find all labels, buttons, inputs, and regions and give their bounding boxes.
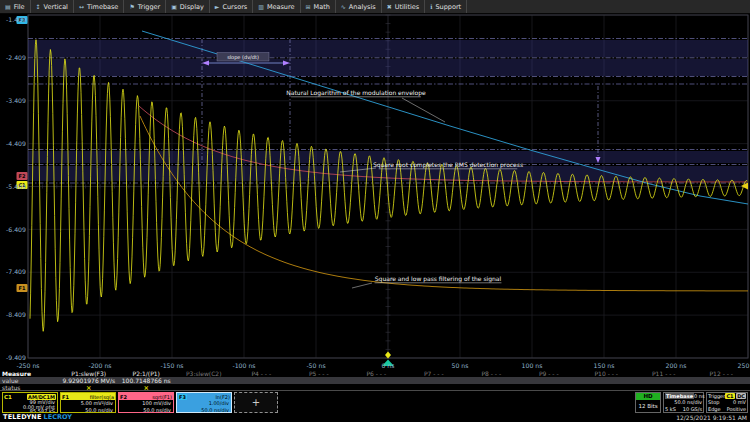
menu-vertical-label: Vertical — [44, 3, 68, 11]
cursor-band[interactable] — [28, 59, 748, 76]
datetime: 12/25/2021 9:19:51 AM — [676, 414, 747, 421]
function-expression: filter(sq(a — [90, 394, 114, 400]
menu-timebase-label: Timebase — [87, 3, 118, 11]
y-axis-label: -8.409 — [6, 311, 26, 318]
measure-p10-name[interactable]: P10 - - - — [578, 370, 636, 377]
square-lpf-label: Square and low pass filtering of the sig… — [375, 275, 502, 283]
descriptor-f2-header: F2sqrt(F1) — [119, 393, 173, 400]
x-axis-label: -100 ns — [232, 362, 255, 369]
cursor-band[interactable] — [28, 166, 748, 181]
menu-cursors-label: Cursors — [222, 3, 247, 11]
menu-utilities-label: Utilities — [395, 3, 419, 11]
x-axis-label: -200 ns — [88, 362, 111, 369]
channel-label: C1 — [4, 394, 12, 400]
natural-log-label: Natural Logarithm of the modulation enve… — [286, 89, 426, 97]
hd-bits: 12 Bits — [636, 400, 660, 412]
timebase-box[interactable]: Timebase 0 ns 50.0 ns/div 5 kS 10 GS/s — [663, 392, 704, 413]
menu-cursors[interactable]: ►Cursors — [210, 0, 253, 13]
measure-p12-name[interactable]: P12 - - - — [693, 370, 750, 377]
menu-math[interactable]: ⊞Math — [301, 0, 336, 13]
y-axis-label: -1.409 — [6, 16, 26, 23]
x-axis-label: -50 ns — [306, 362, 325, 369]
descriptor-f3-header: F3ln(F2) — [177, 393, 231, 400]
measure-p3-name[interactable]: P3:slew(C2) — [175, 370, 233, 377]
measure-p7-name[interactable]: P7 - - - — [405, 370, 463, 377]
measure-p5-name[interactable]: P5 - - - — [290, 370, 348, 377]
x-axis-label: 0 ns — [381, 362, 394, 369]
menu-utilities[interactable]: ✖Utilities — [382, 0, 426, 13]
measure-p9-name[interactable]: P9 - - - — [520, 370, 578, 377]
descriptor-f2[interactable]: F2sqrt(F1)100 mV/div50.0 ns/div — [118, 392, 174, 413]
rms-sqrt-label: Square root completes the RMS detection … — [373, 161, 523, 169]
descriptor-f3[interactable]: F3ln(F2)1.00/div50.0 ns/div — [176, 392, 232, 413]
support-icon: ℹ — [430, 3, 432, 10]
x-axis-label: -150 ns — [160, 362, 183, 369]
function-label: F1 — [62, 394, 69, 400]
trigger-source-chip: C1 — [725, 393, 734, 399]
trigger-coupling-chip: DC — [736, 393, 746, 399]
descriptor-c1[interactable]: C1AM/DC1M99 mV/div0.00 mV ofst85.587 kS — [2, 392, 58, 413]
descriptor-f1[interactable]: F1filter(sq(a5.00 mV²/div50.0 ns/div — [60, 392, 116, 413]
menu-math-label: Math — [314, 3, 330, 11]
menu-trigger[interactable]: ⚑Trigger — [124, 0, 166, 13]
descriptor-f1-header: F1filter(sq(a — [61, 393, 115, 400]
timebase-rate: 10 GS/s — [683, 406, 702, 412]
x-axis-label: 150 ns — [594, 362, 615, 369]
menu-display-label: Display — [180, 3, 204, 11]
add-trace-button[interactable]: + — [234, 392, 278, 413]
menu-vertical[interactable]: ↕Vertical — [31, 0, 74, 13]
menu-support[interactable]: ℹSupport — [425, 0, 467, 13]
vertical-icon: ↕ — [36, 3, 41, 10]
function-label: F3 — [178, 394, 187, 400]
menu-support-label: Support — [435, 3, 461, 11]
menu-bar: ▤File↕Vertical↔Timebase⚑Trigger▣Display►… — [0, 0, 750, 14]
y-axis-label: -9.409 — [6, 354, 26, 361]
menu-analysis-label: Analysis — [349, 3, 376, 11]
measure-table: MeasureP1:slew(F3)P2:1/(P1)P3:slew(C2)P4… — [0, 370, 750, 390]
timebase-icon: ↔ — [79, 3, 84, 10]
oscilloscope-plot[interactable]: slope (dv/dt)Natural Logarithm of the mo… — [0, 14, 750, 370]
x-axis-label: -250 ns — [16, 362, 39, 369]
trace-descriptors: C1AM/DC1M99 mV/div0.00 mV ofst85.587 kSF… — [2, 392, 278, 413]
menu-measure-label: Measure — [267, 3, 295, 11]
y-axis-label: -5.409 — [6, 183, 26, 190]
measure-p1-name[interactable]: P1:slew(F3) — [60, 370, 118, 377]
cursors-icon: ► — [215, 3, 220, 10]
math-icon: ⊞ — [306, 3, 311, 10]
menu-trigger-label: Trigger — [138, 3, 160, 11]
analysis-icon: ∿ — [341, 3, 346, 10]
x-axis-label: 100 ns — [522, 362, 543, 369]
x-axis-label: 50 ns — [452, 362, 469, 369]
measure-p8-name[interactable]: P8 - - - — [463, 370, 521, 377]
menu-display[interactable]: ▣Display — [166, 0, 210, 13]
cursor-band[interactable] — [28, 40, 748, 57]
measure-p4-name[interactable]: P4 - - - — [233, 370, 291, 377]
hd-resolution-box[interactable]: HD 12 Bits — [635, 392, 661, 413]
menu-analysis[interactable]: ∿Analysis — [336, 0, 382, 13]
measure-row-label: Measure — [0, 370, 60, 377]
trigger-slope: Positive — [727, 406, 746, 412]
trigger-box[interactable]: Trigger C1 DC Stop 0 mV Edge Positive — [706, 392, 748, 413]
x-axis-label: 250 ns — [738, 362, 750, 369]
menu-file-label: File — [14, 3, 25, 11]
trigger-icon: ⚑ — [129, 3, 134, 10]
y-axis-label: -2.409 — [6, 54, 26, 61]
x-axis-label: 200 ns — [666, 362, 687, 369]
menu-measure[interactable]: ▥Measure — [253, 0, 300, 13]
measure-p6-name[interactable]: P6 - - - — [348, 370, 406, 377]
menu-file[interactable]: ▤File — [0, 0, 31, 13]
y-axis-label: -7.409 — [6, 268, 26, 275]
y-axis-label: -3.409 — [6, 97, 26, 104]
menu-timebase[interactable]: ↔Timebase — [74, 0, 124, 13]
utilities-icon: ✖ — [387, 3, 392, 10]
function-label: F2 — [120, 394, 127, 400]
measure-icon: ▥ — [258, 3, 264, 10]
measure-p2-name[interactable]: P2:1/(P1) — [118, 370, 176, 377]
status-bar: C1AM/DC1M99 mV/div0.00 mV ofst85.587 kSF… — [0, 390, 750, 422]
measure-p11-name[interactable]: P11 - - - — [635, 370, 693, 377]
timebase-samples: 5 kS — [665, 406, 676, 412]
brand-logo: TELEDYNELECROY — [3, 413, 72, 421]
trigger-type: Edge — [708, 406, 721, 412]
slope-label: slope (dv/dt) — [227, 54, 259, 61]
display-icon: ▣ — [171, 3, 177, 10]
